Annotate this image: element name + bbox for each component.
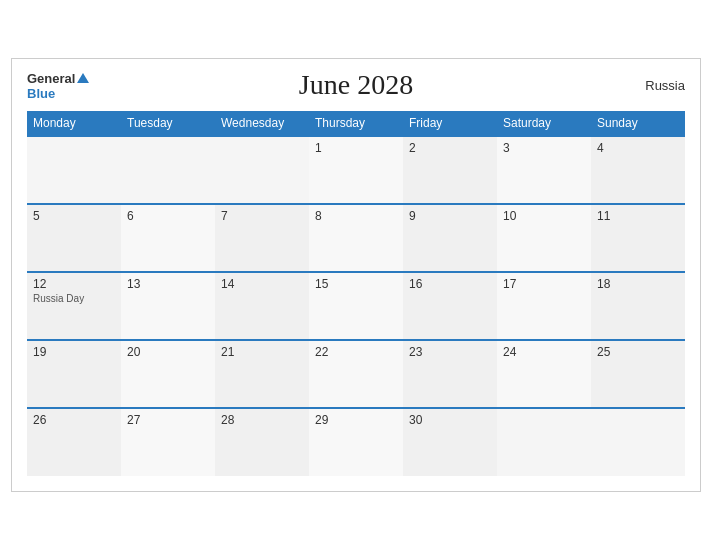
day-cell: 12Russia Day bbox=[27, 272, 121, 340]
day-cell: 14 bbox=[215, 272, 309, 340]
day-number: 27 bbox=[127, 413, 209, 427]
day-cell: 1 bbox=[309, 136, 403, 204]
weekday-tuesday: Tuesday bbox=[121, 111, 215, 136]
day-cell: 4 bbox=[591, 136, 685, 204]
calendar-title: June 2028 bbox=[299, 69, 413, 101]
day-number: 29 bbox=[315, 413, 397, 427]
day-number: 4 bbox=[597, 141, 679, 155]
day-cell: 19 bbox=[27, 340, 121, 408]
day-cell bbox=[591, 408, 685, 476]
day-number: 16 bbox=[409, 277, 491, 291]
day-cell: 10 bbox=[497, 204, 591, 272]
day-number: 21 bbox=[221, 345, 303, 359]
day-number: 13 bbox=[127, 277, 209, 291]
day-cell: 21 bbox=[215, 340, 309, 408]
weekday-wednesday: Wednesday bbox=[215, 111, 309, 136]
country-label: Russia bbox=[645, 78, 685, 93]
day-number: 24 bbox=[503, 345, 585, 359]
day-number: 7 bbox=[221, 209, 303, 223]
day-cell: 16 bbox=[403, 272, 497, 340]
week-row-3: 12Russia Day131415161718 bbox=[27, 272, 685, 340]
weekday-saturday: Saturday bbox=[497, 111, 591, 136]
day-number: 30 bbox=[409, 413, 491, 427]
day-number: 8 bbox=[315, 209, 397, 223]
day-number: 28 bbox=[221, 413, 303, 427]
day-cell: 29 bbox=[309, 408, 403, 476]
weekday-monday: Monday bbox=[27, 111, 121, 136]
day-cell: 25 bbox=[591, 340, 685, 408]
week-row-5: 2627282930 bbox=[27, 408, 685, 476]
day-number: 6 bbox=[127, 209, 209, 223]
weekday-friday: Friday bbox=[403, 111, 497, 136]
day-cell: 8 bbox=[309, 204, 403, 272]
day-cell bbox=[27, 136, 121, 204]
calendar-container: General Blue June 2028 Russia Monday Tue… bbox=[11, 58, 701, 492]
day-number: 14 bbox=[221, 277, 303, 291]
day-cell: 24 bbox=[497, 340, 591, 408]
day-number: 22 bbox=[315, 345, 397, 359]
day-cell: 9 bbox=[403, 204, 497, 272]
day-cell: 23 bbox=[403, 340, 497, 408]
weekday-sunday: Sunday bbox=[591, 111, 685, 136]
day-cell: 5 bbox=[27, 204, 121, 272]
day-cell: 20 bbox=[121, 340, 215, 408]
day-number: 3 bbox=[503, 141, 585, 155]
day-number: 2 bbox=[409, 141, 491, 155]
day-cell: 3 bbox=[497, 136, 591, 204]
day-cell: 28 bbox=[215, 408, 309, 476]
logo: General Blue bbox=[27, 69, 89, 101]
day-cell: 27 bbox=[121, 408, 215, 476]
logo-triangle-icon bbox=[77, 73, 89, 83]
calendar-header: General Blue June 2028 Russia bbox=[27, 69, 685, 101]
logo-general: General bbox=[27, 69, 89, 87]
day-number: 5 bbox=[33, 209, 115, 223]
day-number: 17 bbox=[503, 277, 585, 291]
day-number: 11 bbox=[597, 209, 679, 223]
day-number: 12 bbox=[33, 277, 115, 291]
week-row-4: 19202122232425 bbox=[27, 340, 685, 408]
day-number: 23 bbox=[409, 345, 491, 359]
week-row-2: 567891011 bbox=[27, 204, 685, 272]
day-cell: 7 bbox=[215, 204, 309, 272]
day-cell: 18 bbox=[591, 272, 685, 340]
day-number: 19 bbox=[33, 345, 115, 359]
day-cell: 22 bbox=[309, 340, 403, 408]
day-cell: 6 bbox=[121, 204, 215, 272]
day-number: 18 bbox=[597, 277, 679, 291]
logo-blue: Blue bbox=[27, 87, 89, 101]
day-cell: 11 bbox=[591, 204, 685, 272]
day-cell: 13 bbox=[121, 272, 215, 340]
day-cell: 15 bbox=[309, 272, 403, 340]
week-row-1: 1234 bbox=[27, 136, 685, 204]
day-number: 20 bbox=[127, 345, 209, 359]
weekday-thursday: Thursday bbox=[309, 111, 403, 136]
day-cell: 30 bbox=[403, 408, 497, 476]
day-number: 9 bbox=[409, 209, 491, 223]
day-number: 26 bbox=[33, 413, 115, 427]
day-number: 10 bbox=[503, 209, 585, 223]
day-cell bbox=[121, 136, 215, 204]
day-cell: 17 bbox=[497, 272, 591, 340]
day-cell bbox=[215, 136, 309, 204]
day-cell: 26 bbox=[27, 408, 121, 476]
day-cell: 2 bbox=[403, 136, 497, 204]
day-event: Russia Day bbox=[33, 293, 115, 304]
day-number: 1 bbox=[315, 141, 397, 155]
day-cell bbox=[497, 408, 591, 476]
calendar-grid: Monday Tuesday Wednesday Thursday Friday… bbox=[27, 111, 685, 476]
day-number: 15 bbox=[315, 277, 397, 291]
weekday-header-row: Monday Tuesday Wednesday Thursday Friday… bbox=[27, 111, 685, 136]
day-number: 25 bbox=[597, 345, 679, 359]
